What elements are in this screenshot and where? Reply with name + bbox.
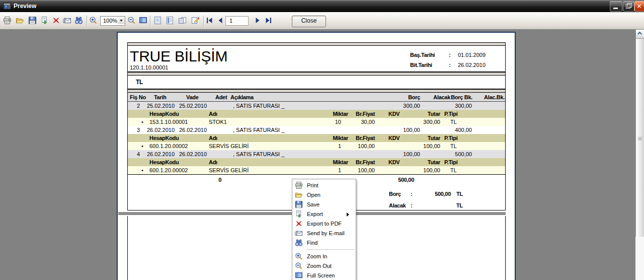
full-screen-icon [295, 271, 303, 279]
zoom-out-icon [295, 262, 303, 270]
last-page-button[interactable] [264, 16, 273, 25]
zoom-out-button[interactable] [127, 16, 136, 25]
colon: : [449, 61, 450, 69]
end-date-value: 26.02.2010 [458, 61, 486, 69]
zoom-in-icon [295, 252, 303, 260]
full-screen-button[interactable] [139, 16, 148, 25]
minimize-icon [613, 8, 618, 9]
send-email-icon [295, 229, 303, 237]
open-icon [295, 191, 303, 199]
next-page-button[interactable] [253, 16, 262, 25]
account-code: 120.1.10.00001 [130, 64, 168, 71]
export-pdf-button[interactable] [52, 16, 61, 25]
toolbar: 100% 1 Close [0, 12, 644, 29]
scroll-up-button[interactable] [635, 29, 644, 39]
thumb-grip [638, 137, 642, 140]
preview-viewport: TRUE BİLİŞİM 120.1.10.00001 Baş.Tarihi :… [0, 29, 644, 280]
find-icon [295, 239, 303, 247]
title-bar: Preview ✕ [0, 0, 644, 12]
export-icon [295, 210, 303, 218]
zoom-in-button[interactable] [89, 16, 98, 25]
multi-page-button[interactable] [178, 16, 187, 25]
close-preview-button[interactable]: Close [292, 16, 326, 27]
menu-item-print[interactable]: Print [293, 181, 354, 190]
menu-item-open[interactable]: Open [293, 190, 354, 200]
band-strip [127, 42, 506, 46]
start-date-value: 01.01.2009 [458, 51, 486, 59]
print-icon [295, 181, 303, 189]
toolbar-separator [87, 16, 87, 26]
start-date-label: Baş.Tarihi [410, 51, 435, 59]
close-window-button[interactable]: ✕ [634, 1, 644, 12]
page-number-value: 1 [229, 18, 232, 24]
minimize-button[interactable] [610, 1, 622, 12]
scrollbar-thumb[interactable] [635, 38, 644, 238]
currency-section-label: TL [136, 78, 143, 86]
submenu-arrow-icon [347, 213, 351, 217]
header-footer-button[interactable] [166, 16, 175, 25]
open-button[interactable] [16, 16, 25, 25]
close-icon: ✕ [636, 3, 642, 10]
menu-item-export[interactable]: Export [293, 209, 354, 219]
menu-item-export-to-pdf[interactable]: Export to PDF [293, 219, 354, 229]
toolbar-separator [203, 16, 204, 26]
zoom-level-value: 100% [103, 18, 117, 24]
scrollbar-track[interactable] [635, 237, 644, 280]
band-strip [127, 72, 506, 76]
restore-button[interactable] [623, 1, 634, 12]
page-setup-button[interactable] [153, 16, 163, 25]
find-button[interactable] [74, 16, 84, 25]
zoom-level-combo[interactable]: 100% [100, 16, 125, 26]
band-strip [127, 89, 506, 93]
menu-item-save[interactable]: Save [293, 200, 354, 209]
edit-page-button[interactable] [191, 16, 200, 25]
app-icon [3, 2, 12, 11]
company-name: TRUE BİLİŞİM [130, 48, 227, 64]
menu-item-zoom-in[interactable]: Zoom In [293, 252, 354, 261]
menu-item-zoom-out[interactable]: Zoom Out [293, 261, 354, 271]
vertical-scrollbar[interactable] [635, 29, 644, 280]
export-button[interactable] [40, 16, 49, 25]
context-menu: Print Open Save Export Export to PDF Sen… [292, 179, 356, 280]
save-icon [295, 200, 303, 208]
prev-page-button[interactable] [216, 16, 225, 25]
export-pdf-icon [295, 220, 303, 228]
window-title: Preview [14, 3, 36, 10]
print-button[interactable] [3, 16, 12, 25]
chevron-down-icon[interactable] [118, 17, 125, 24]
end-date-label: Bit.Tarihi [410, 61, 432, 69]
totals-divider [128, 174, 505, 175]
colon: : [449, 51, 450, 59]
first-page-button[interactable] [205, 16, 214, 25]
toolbar-separator [150, 16, 150, 26]
menu-item-send-by-e-mail[interactable]: Send by E-mail [293, 229, 354, 238]
preview-window: Preview ✕ 100% 1 Close [0, 0, 644, 280]
menu-separator [306, 249, 354, 250]
menu-item-full-screen[interactable]: Full Screen [293, 271, 354, 280]
send-email-button[interactable] [63, 16, 72, 25]
save-button[interactable] [28, 16, 37, 25]
page-number-input[interactable]: 1 [225, 16, 249, 26]
menu-item-find[interactable]: Find [293, 238, 354, 248]
